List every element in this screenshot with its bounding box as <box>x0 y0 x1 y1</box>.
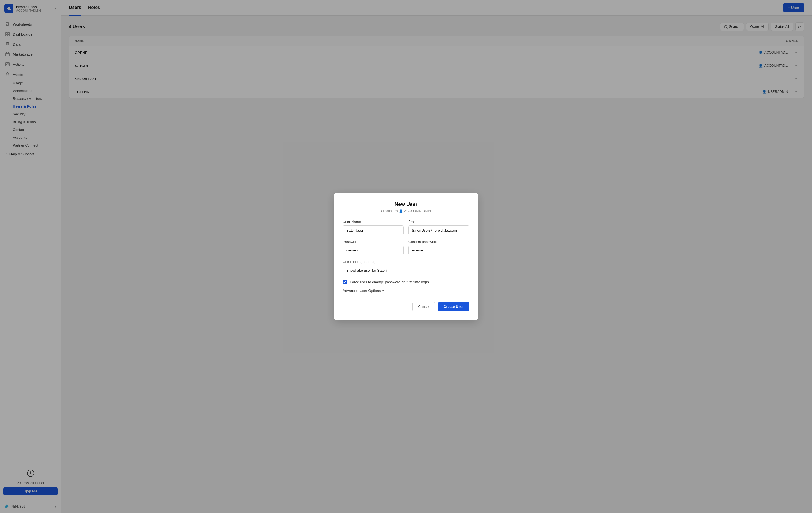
create-user-button[interactable]: Create User <box>438 302 469 312</box>
comment-label: Comment (optional) <box>343 260 469 264</box>
password-group: Password <box>343 240 404 255</box>
advanced-options-toggle[interactable]: Advanced User Options ▾ <box>343 289 469 293</box>
confirm-password-group: Confirm password <box>408 240 469 255</box>
comment-group: Comment (optional) <box>343 260 469 275</box>
force-password-label: Force user to change password on first t… <box>350 280 429 284</box>
username-input[interactable] <box>343 225 404 235</box>
email-group: Email <box>408 220 469 235</box>
password-row: Password Confirm password <box>343 240 469 255</box>
modal-title: New User <box>343 201 469 208</box>
creating-as-text: Creating as <box>381 209 398 213</box>
password-input[interactable] <box>343 245 404 255</box>
modal-actions: Cancel Create User <box>343 299 469 312</box>
force-password-checkbox[interactable] <box>343 280 347 284</box>
advanced-options-label: Advanced User Options <box>343 289 381 293</box>
cancel-button[interactable]: Cancel <box>412 302 435 312</box>
new-user-modal: New User Creating as 👤 ACCOUNTADMIN User… <box>334 193 478 320</box>
modal-overlay: New User Creating as 👤 ACCOUNTADMIN User… <box>0 0 812 513</box>
confirm-password-label: Confirm password <box>408 240 469 244</box>
advanced-chevron-icon: ▾ <box>382 289 384 293</box>
creating-as-account: ACCOUNTADMIN <box>404 209 431 213</box>
creating-as-icon: 👤 <box>399 209 403 213</box>
password-label: Password <box>343 240 404 244</box>
username-label: User Name <box>343 220 404 224</box>
modal-subtitle: Creating as 👤 ACCOUNTADMIN <box>343 209 469 213</box>
comment-text: Comment <box>343 260 358 264</box>
username-email-row: User Name Email <box>343 220 469 235</box>
comment-optional: (optional) <box>360 260 375 264</box>
confirm-password-input[interactable] <box>408 245 469 255</box>
email-label: Email <box>408 220 469 224</box>
comment-input[interactable] <box>343 266 469 275</box>
username-group: User Name <box>343 220 404 235</box>
force-password-row: Force user to change password on first t… <box>343 280 469 284</box>
email-input[interactable] <box>408 225 469 235</box>
